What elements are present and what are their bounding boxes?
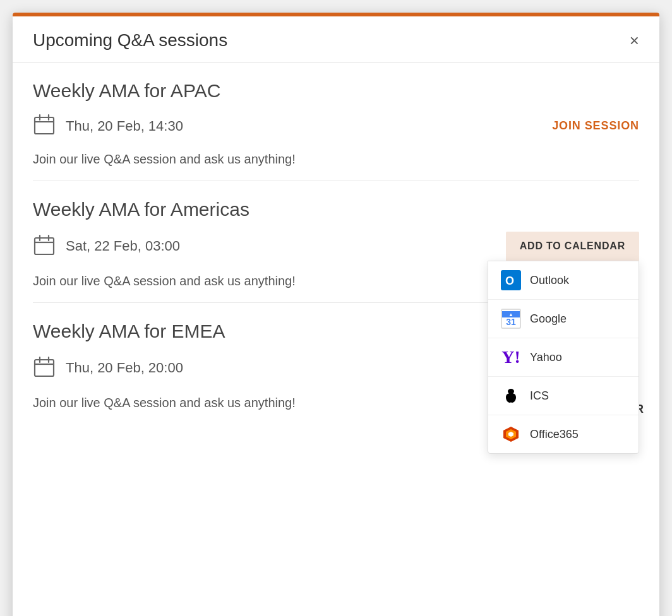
calendar-option-office365[interactable]: Office365	[488, 415, 639, 453]
modal-title: Upcoming Q&A sessions	[33, 30, 227, 50]
modal-header: Upcoming Q&A sessions ×	[13, 16, 659, 62]
outlook-icon: O	[501, 270, 521, 290]
add-to-calendar-wrapper: ADD TO CALENDAR O Outlook	[506, 232, 639, 261]
session-americas-date: Sat, 22 Feb, 03:00	[66, 238, 180, 254]
office365-label: Office365	[530, 428, 579, 441]
session-apac-description: Join our live Q&A session and ask us any…	[33, 150, 639, 168]
session-americas-date-left: Sat, 22 Feb, 03:00	[33, 234, 180, 259]
google-calendar-icon: ▲ 31	[501, 309, 521, 329]
session-apac: Weekly AMA for APAC Thu, 20 Feb, 14:30 J…	[33, 62, 639, 181]
svg-rect-13	[35, 360, 54, 376]
svg-rect-4	[35, 238, 54, 254]
session-emea-date-left: Thu, 20 Feb, 20:00	[33, 355, 183, 381]
calendar-icon-apac	[33, 113, 56, 139]
session-americas-title: Weekly AMA for Americas	[33, 199, 639, 220]
calendar-option-google[interactable]: ▲ 31 Google	[488, 300, 639, 338]
session-americas-date-row: Sat, 22 Feb, 03:00 ADD TO CALENDAR O	[33, 232, 639, 261]
session-apac-date-row: Thu, 20 Feb, 14:30 JOIN SESSION	[33, 113, 639, 139]
calendar-icon-americas	[33, 234, 56, 259]
google-label: Google	[530, 312, 567, 326]
calendar-icon-emea	[33, 355, 56, 381]
session-apac-title: Weekly AMA for APAC	[33, 80, 639, 102]
add-to-calendar-button-americas[interactable]: ADD TO CALENDAR	[506, 232, 639, 261]
office365-icon	[501, 424, 521, 444]
calendar-dropdown: O Outlook ▲ 31 Google	[488, 261, 639, 454]
session-apac-date-left: Thu, 20 Feb, 14:30	[33, 113, 183, 139]
apple-icon	[501, 386, 521, 406]
svg-rect-0	[35, 117, 54, 134]
outlook-label: Outlook	[530, 274, 569, 287]
session-apac-date: Thu, 20 Feb, 14:30	[66, 118, 183, 134]
svg-text:O: O	[505, 275, 514, 287]
ics-label: ICS	[530, 389, 549, 403]
session-americas: Weekly AMA for Americas Sat, 22 Feb, 03:…	[33, 181, 639, 303]
join-session-button-apac[interactable]: JOIN SESSION	[552, 119, 639, 133]
yahoo-icon: Y!	[501, 347, 521, 367]
session-emea-date: Thu, 20 Feb, 20:00	[66, 360, 183, 376]
calendar-option-outlook[interactable]: O Outlook	[488, 261, 639, 300]
modal-body: Weekly AMA for APAC Thu, 20 Feb, 14:30 J…	[13, 62, 659, 424]
close-button[interactable]: ×	[630, 32, 639, 49]
modal-container: Upcoming Q&A sessions × Weekly AMA for A…	[13, 13, 659, 616]
calendar-option-yahoo[interactable]: Y! Yahoo	[488, 338, 639, 377]
yahoo-label: Yahoo	[530, 351, 562, 364]
calendar-option-ics[interactable]: ICS	[488, 377, 639, 415]
